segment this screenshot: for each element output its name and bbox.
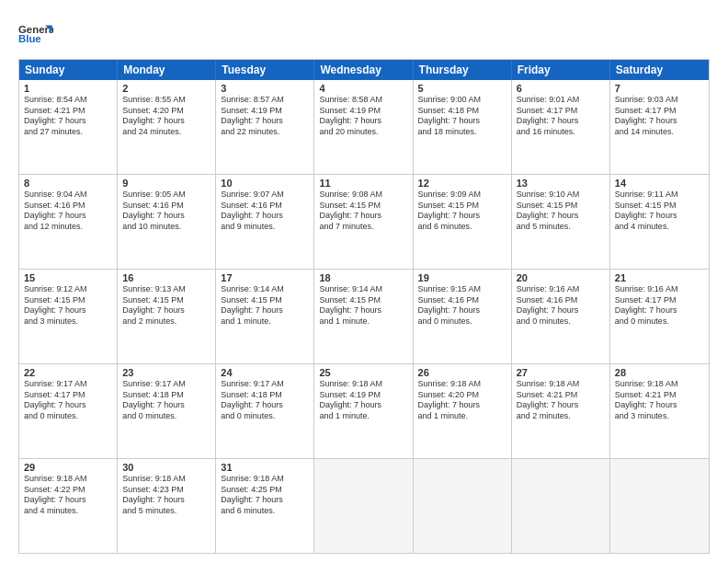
cell-info-line: Sunrise: 9:04 AM — [24, 190, 112, 201]
day-number: 8 — [24, 178, 112, 189]
day-number: 17 — [221, 272, 309, 283]
day-header-tuesday: Tuesday — [216, 60, 314, 80]
day-number: 27 — [517, 367, 605, 378]
day-number: 15 — [24, 272, 112, 283]
cell-info-line: and 1 minute. — [418, 411, 506, 422]
day-cell-30: 30Sunrise: 9:18 AMSunset: 4:23 PMDayligh… — [118, 459, 216, 553]
day-number: 13 — [517, 178, 605, 189]
day-number: 20 — [517, 272, 605, 283]
cell-info-line: Daylight: 7 hours — [122, 116, 210, 127]
day-cell-27: 27Sunrise: 9:18 AMSunset: 4:21 PMDayligh… — [512, 364, 610, 458]
cell-info-line: Sunrise: 9:08 AM — [319, 190, 407, 201]
cell-info-line: Sunrise: 9:07 AM — [221, 190, 309, 201]
cell-info-line: Sunrise: 9:14 AM — [319, 284, 407, 295]
day-number: 31 — [221, 462, 309, 473]
cell-info-line: Sunset: 4:17 PM — [24, 390, 112, 401]
cell-info-line: Sunrise: 9:11 AM — [615, 190, 704, 201]
week-row-2: 8Sunrise: 9:04 AMSunset: 4:16 PMDaylight… — [19, 175, 709, 270]
cell-info-line: Sunrise: 9:16 AM — [615, 284, 704, 295]
cell-info-line: Sunrise: 9:17 AM — [122, 379, 210, 390]
day-number: 24 — [221, 367, 309, 378]
cell-info-line: Sunrise: 9:12 AM — [24, 284, 112, 295]
day-cell-8: 8Sunrise: 9:04 AMSunset: 4:16 PMDaylight… — [19, 175, 118, 269]
cell-info-line: Sunrise: 9:18 AM — [221, 474, 309, 485]
cell-info-line: Daylight: 7 hours — [319, 305, 407, 316]
cell-info-line: and 6 minutes. — [221, 506, 309, 517]
cell-info-line: Sunset: 4:15 PM — [418, 201, 506, 212]
cell-info-line: Sunset: 4:16 PM — [221, 201, 309, 212]
day-number: 9 — [122, 178, 210, 189]
cell-info-line: Daylight: 7 hours — [615, 305, 704, 316]
cell-info-line: Sunset: 4:21 PM — [517, 390, 605, 401]
logo: General Blue — [18, 15, 53, 50]
cell-info-line: and 7 minutes. — [319, 222, 407, 233]
cell-info-line: Daylight: 7 hours — [615, 116, 704, 127]
day-cell-22: 22Sunrise: 9:17 AMSunset: 4:17 PMDayligh… — [19, 364, 118, 458]
week-row-3: 15Sunrise: 9:12 AMSunset: 4:15 PMDayligh… — [19, 270, 709, 364]
calendar-header: SundayMondayTuesdayWednesdayThursdayFrid… — [19, 60, 709, 80]
day-number: 18 — [319, 272, 407, 283]
cell-info-line: and 4 minutes. — [24, 506, 112, 517]
cell-info-line: Sunset: 4:17 PM — [615, 295, 704, 306]
cell-info-line: Daylight: 7 hours — [517, 116, 605, 127]
cell-info-line: Daylight: 7 hours — [517, 211, 605, 222]
day-cell-20: 20Sunrise: 9:16 AMSunset: 4:16 PMDayligh… — [512, 270, 610, 363]
cell-info-line: Daylight: 7 hours — [24, 116, 112, 127]
cell-info-line: Sunset: 4:15 PM — [221, 295, 309, 306]
day-header-thursday: Thursday — [414, 60, 512, 80]
day-cell-17: 17Sunrise: 9:14 AMSunset: 4:15 PMDayligh… — [216, 270, 314, 363]
day-cell-5: 5Sunrise: 9:00 AMSunset: 4:18 PMDaylight… — [414, 80, 512, 174]
cell-info-line: Sunset: 4:15 PM — [517, 201, 605, 212]
day-number: 11 — [319, 178, 407, 189]
day-number: 3 — [221, 83, 309, 94]
cell-info-line: Sunset: 4:20 PM — [418, 390, 506, 401]
day-cell-29: 29Sunrise: 9:18 AMSunset: 4:22 PMDayligh… — [19, 459, 118, 553]
cell-info-line: Daylight: 7 hours — [319, 211, 407, 222]
day-cell-23: 23Sunrise: 9:17 AMSunset: 4:18 PMDayligh… — [118, 364, 216, 458]
cell-info-line: Daylight: 7 hours — [221, 400, 309, 411]
cell-info-line: Sunset: 4:22 PM — [24, 485, 112, 496]
cell-info-line: Sunset: 4:16 PM — [418, 295, 506, 306]
cell-info-line: and 18 minutes. — [418, 127, 506, 138]
day-cell-empty-4-6 — [610, 459, 709, 553]
cell-info-line: and 1 minute. — [319, 316, 407, 327]
day-cell-7: 7Sunrise: 9:03 AMSunset: 4:17 PMDaylight… — [610, 80, 709, 174]
cell-info-line: and 9 minutes. — [221, 222, 309, 233]
day-number: 10 — [221, 178, 309, 189]
cell-info-line: and 22 minutes. — [221, 127, 309, 138]
cell-info-line: Daylight: 7 hours — [122, 495, 210, 506]
logo-icon: General Blue — [18, 15, 53, 50]
day-cell-21: 21Sunrise: 9:16 AMSunset: 4:17 PMDayligh… — [610, 270, 709, 363]
cell-info-line: Sunrise: 8:57 AM — [221, 95, 309, 106]
day-cell-18: 18Sunrise: 9:14 AMSunset: 4:15 PMDayligh… — [314, 270, 413, 363]
day-cell-15: 15Sunrise: 9:12 AMSunset: 4:15 PMDayligh… — [19, 270, 118, 363]
cell-info-line: Daylight: 7 hours — [221, 305, 309, 316]
cell-info-line: and 0 minutes. — [24, 411, 112, 422]
cell-info-line: and 5 minutes. — [517, 222, 605, 233]
cell-info-line: and 5 minutes. — [122, 506, 210, 517]
cell-info-line: Sunset: 4:23 PM — [122, 485, 210, 496]
header: General Blue — [18, 15, 710, 50]
cell-info-line: and 0 minutes. — [517, 316, 605, 327]
page: General Blue SundayMondayTuesdayWednesda… — [0, 0, 728, 563]
cell-info-line: and 10 minutes. — [122, 222, 210, 233]
cell-info-line: Sunset: 4:18 PM — [122, 390, 210, 401]
cell-info-line: Sunset: 4:18 PM — [418, 106, 506, 117]
cell-info-line: and 1 minute. — [221, 316, 309, 327]
cell-info-line: Sunrise: 9:10 AM — [517, 190, 605, 201]
cell-info-line: Sunset: 4:15 PM — [319, 201, 407, 212]
week-row-5: 29Sunrise: 9:18 AMSunset: 4:22 PMDayligh… — [19, 459, 709, 553]
cell-info-line: and 27 minutes. — [24, 127, 112, 138]
day-cell-6: 6Sunrise: 9:01 AMSunset: 4:17 PMDaylight… — [512, 80, 610, 174]
cell-info-line: and 2 minutes. — [122, 316, 210, 327]
cell-info-line: Sunset: 4:21 PM — [615, 390, 704, 401]
day-number: 19 — [418, 272, 506, 283]
day-cell-empty-4-4 — [414, 459, 512, 553]
calendar-body: 1Sunrise: 8:54 AMSunset: 4:21 PMDaylight… — [19, 80, 709, 553]
day-cell-10: 10Sunrise: 9:07 AMSunset: 4:16 PMDayligh… — [216, 175, 314, 269]
cell-info-line: Sunset: 4:15 PM — [24, 295, 112, 306]
day-cell-11: 11Sunrise: 9:08 AMSunset: 4:15 PMDayligh… — [314, 175, 413, 269]
cell-info-line: Sunrise: 9:14 AM — [221, 284, 309, 295]
day-number: 21 — [615, 272, 704, 283]
cell-info-line: and 0 minutes. — [418, 316, 506, 327]
